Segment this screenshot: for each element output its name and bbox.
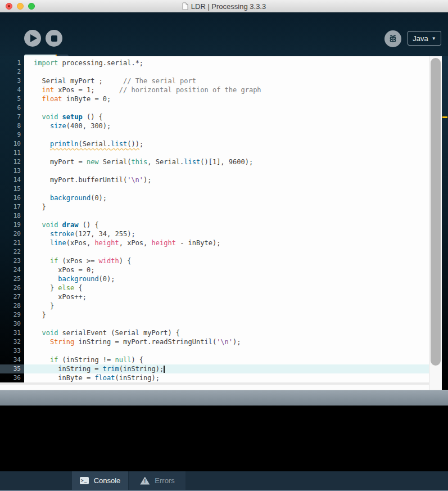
line-number: 25 (0, 274, 24, 283)
line-number: 14 (0, 175, 24, 184)
line-number: 3 (0, 76, 24, 85)
console-tab-label: Console (94, 476, 121, 485)
code-line[interactable]: String inString = myPort.readStringUntil… (24, 337, 429, 346)
code-line[interactable]: stroke(127, 34, 255); (24, 229, 429, 238)
code-line[interactable]: myPort.bufferUntil('\n'); (24, 175, 429, 184)
debug-button[interactable] (384, 30, 401, 47)
line-number: 4 (0, 85, 24, 94)
code-line[interactable]: } (24, 202, 429, 211)
scrollbar-thumb[interactable] (431, 58, 441, 366)
line-number: 11 (0, 148, 24, 157)
code-line[interactable]: inByte = float(inString); (24, 373, 429, 382)
message-bar (0, 390, 448, 406)
console-output (0, 406, 448, 471)
code-line[interactable]: Serial myPort ; // The serial port (24, 76, 429, 85)
code-line[interactable]: if (inString != null) { (24, 355, 429, 364)
code-line[interactable] (24, 67, 429, 76)
code-line[interactable] (24, 211, 429, 220)
code-line[interactable]: int xPos = 1; // horizontal position of … (24, 85, 429, 94)
code-line[interactable]: size(400, 300); (24, 121, 429, 130)
code-line[interactable]: background(0); (24, 193, 429, 202)
text-cursor (164, 366, 165, 373)
line-number: 32 (0, 337, 24, 346)
run-button[interactable] (24, 30, 41, 47)
document-icon (182, 2, 188, 10)
window-title: LDR | Processing 3.3.3 (191, 2, 266, 11)
vertical-scrollbar[interactable] (429, 56, 442, 390)
line-number: 1 (0, 58, 24, 67)
code-line[interactable]: } (24, 310, 429, 319)
line-number: 6 (0, 103, 24, 112)
code-line[interactable]: void setup () { (24, 112, 429, 121)
code-line[interactable]: } else { (24, 283, 429, 292)
code-line[interactable] (24, 184, 429, 193)
code-line[interactable]: import processing.serial.*; (24, 58, 429, 67)
code-line[interactable] (24, 319, 429, 328)
console-tab-bar: >_ Console ! Errors (0, 471, 448, 490)
toolbar: Java ▼ LDR ▼ (0, 12, 448, 56)
code-line[interactable]: xPos = 0; (24, 265, 429, 274)
code-line[interactable]: void draw () { (24, 220, 429, 229)
terminal-icon: >_ (80, 477, 89, 484)
line-number: 36 (0, 373, 24, 382)
butterfly-debug-icon (387, 33, 399, 45)
warning-icon: ! (140, 477, 150, 485)
line-number: 8 (0, 121, 24, 130)
chevron-down-icon: ▼ (432, 36, 436, 41)
line-number: 13 (0, 166, 24, 175)
line-number: 9 (0, 130, 24, 139)
stop-button[interactable] (46, 30, 62, 47)
code-line[interactable]: background(0); (24, 274, 429, 283)
warning-exclamation: ! (140, 478, 150, 484)
line-number: 31 (0, 328, 24, 337)
line-number: 28 (0, 301, 24, 310)
line-number: 34 (0, 355, 24, 364)
horizontal-scroll-area (0, 385, 442, 390)
code-line[interactable]: myPort = new Serial(this, Serial.list()[… (24, 157, 429, 166)
code-line[interactable]: if (xPos >= width) { (24, 256, 429, 265)
line-number: 35 (0, 364, 24, 373)
tab-errors[interactable]: ! Errors (129, 471, 185, 490)
code-line[interactable] (24, 130, 429, 139)
line-number: 33 (0, 346, 24, 355)
window-title-area: LDR | Processing 3.3.3 (0, 0, 448, 12)
line-number: 5 (0, 94, 24, 103)
line-number: 30 (0, 319, 24, 328)
line-number: 27 (0, 292, 24, 301)
line-number: 7 (0, 112, 24, 121)
line-number: 29 (0, 310, 24, 319)
processing-ide-window: LDR | Processing 3.3.3 Ja (0, 0, 448, 491)
code-line[interactable]: line(xPos, height, xPos, height - inByte… (24, 238, 429, 247)
code-line[interactable]: float inByte = 0; (24, 94, 429, 103)
mode-label: Java (413, 34, 428, 43)
code-line[interactable] (24, 148, 429, 157)
code-line[interactable] (24, 247, 429, 256)
line-number: 20 (0, 229, 24, 238)
line-number: 16 (0, 193, 24, 202)
line-number: 22 (0, 247, 24, 256)
title-bar: LDR | Processing 3.3.3 (0, 0, 448, 12)
line-number: 24 (0, 265, 24, 274)
line-number: 23 (0, 256, 24, 265)
code-line[interactable] (24, 346, 429, 355)
line-number: 26 (0, 283, 24, 292)
warning-mark[interactable] (442, 116, 447, 118)
code-line[interactable]: xPos++; (24, 292, 429, 301)
code-line[interactable]: } (24, 301, 429, 310)
line-number: 10 (0, 139, 24, 148)
code-line[interactable]: inString = trim(inString); (24, 364, 429, 373)
stop-icon (51, 35, 57, 42)
code-line[interactable]: println(Serial.list()); (24, 139, 429, 148)
mode-selector[interactable]: Java ▼ (408, 31, 441, 46)
code-editor[interactable]: import processing.serial.*; Serial myPor… (24, 56, 429, 382)
code-line[interactable]: void serialEvent (Serial myPort) { (24, 328, 429, 337)
errors-tab-label: Errors (155, 476, 174, 485)
line-number: 15 (0, 184, 24, 193)
error-indicator-strip (442, 56, 448, 390)
line-number: 18 (0, 211, 24, 220)
code-line[interactable] (24, 103, 429, 112)
line-number: 21 (0, 238, 24, 247)
tab-console[interactable]: >_ Console (72, 471, 128, 490)
play-icon (30, 34, 37, 42)
code-line[interactable] (24, 166, 429, 175)
